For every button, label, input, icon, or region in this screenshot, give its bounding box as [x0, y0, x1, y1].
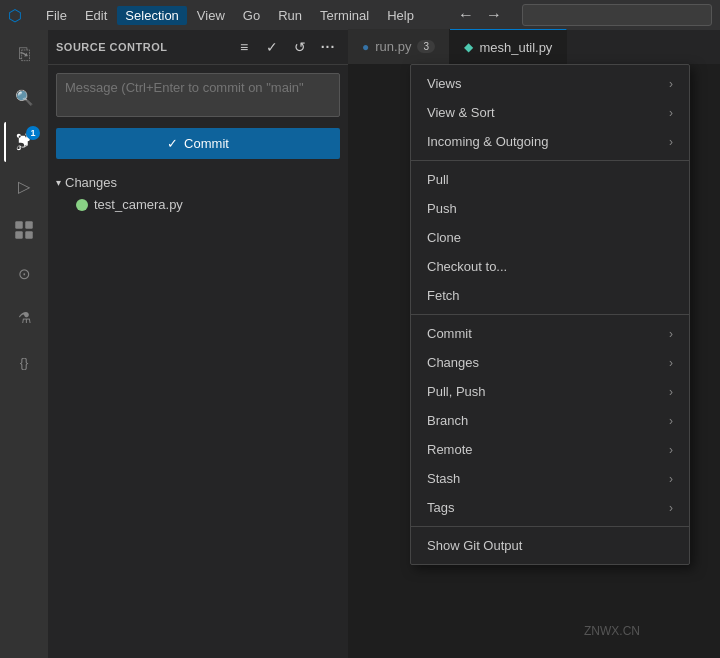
menu-item-pull-push[interactable]: Pull, Push › [411, 377, 689, 406]
menu-item-checkout-label: Checkout to... [427, 259, 507, 274]
chevron-right-icon: › [669, 501, 673, 515]
menu-item-views-label: Views [427, 76, 461, 91]
chevron-right-icon: › [669, 385, 673, 399]
menu-item-show-git-output[interactable]: Show Git Output [411, 531, 689, 560]
menu-item-clone[interactable]: Clone [411, 223, 689, 252]
menu-item-view-sort-label: View & Sort [427, 105, 495, 120]
menu-item-changes-label: Changes [427, 355, 479, 370]
menu-item-commit-label: Commit [427, 326, 472, 341]
menu-separator-1 [411, 160, 689, 161]
menu-item-fetch[interactable]: Fetch [411, 281, 689, 310]
menu-item-stash[interactable]: Stash › [411, 464, 689, 493]
menu-item-stash-label: Stash [427, 471, 460, 486]
menu-item-fetch-label: Fetch [427, 288, 460, 303]
menu-item-checkout[interactable]: Checkout to... [411, 252, 689, 281]
chevron-right-icon: › [669, 356, 673, 370]
chevron-right-icon: › [669, 472, 673, 486]
menu-item-tags-label: Tags [427, 500, 454, 515]
chevron-right-icon: › [669, 443, 673, 457]
menu-item-views[interactable]: Views › [411, 69, 689, 98]
menu-item-push[interactable]: Push [411, 194, 689, 223]
menu-item-branch[interactable]: Branch › [411, 406, 689, 435]
menu-separator-2 [411, 314, 689, 315]
menu-item-pull-push-label: Pull, Push [427, 384, 486, 399]
dropdown-overlay[interactable]: Views › View & Sort › Incoming & Outgoin… [0, 0, 720, 658]
menu-item-clone-label: Clone [427, 230, 461, 245]
menu-item-branch-label: Branch [427, 413, 468, 428]
menu-item-changes[interactable]: Changes › [411, 348, 689, 377]
menu-item-remote[interactable]: Remote › [411, 435, 689, 464]
chevron-right-icon: › [669, 106, 673, 120]
menu-item-tags[interactable]: Tags › [411, 493, 689, 522]
menu-item-view-sort[interactable]: View & Sort › [411, 98, 689, 127]
chevron-right-icon: › [669, 414, 673, 428]
chevron-right-icon: › [669, 327, 673, 341]
menu-item-show-git-output-label: Show Git Output [427, 538, 522, 553]
menu-item-incoming-outgoing[interactable]: Incoming & Outgoing › [411, 127, 689, 156]
context-menu: Views › View & Sort › Incoming & Outgoin… [410, 64, 690, 565]
menu-item-commit[interactable]: Commit › [411, 319, 689, 348]
menu-item-incoming-outgoing-label: Incoming & Outgoing [427, 134, 548, 149]
chevron-right-icon: › [669, 77, 673, 91]
menu-item-remote-label: Remote [427, 442, 473, 457]
menu-separator-3 [411, 526, 689, 527]
watermark: ZNWX.CN [584, 624, 640, 638]
menu-item-pull[interactable]: Pull [411, 165, 689, 194]
menu-item-push-label: Push [427, 201, 457, 216]
menu-item-pull-label: Pull [427, 172, 449, 187]
chevron-right-icon: › [669, 135, 673, 149]
